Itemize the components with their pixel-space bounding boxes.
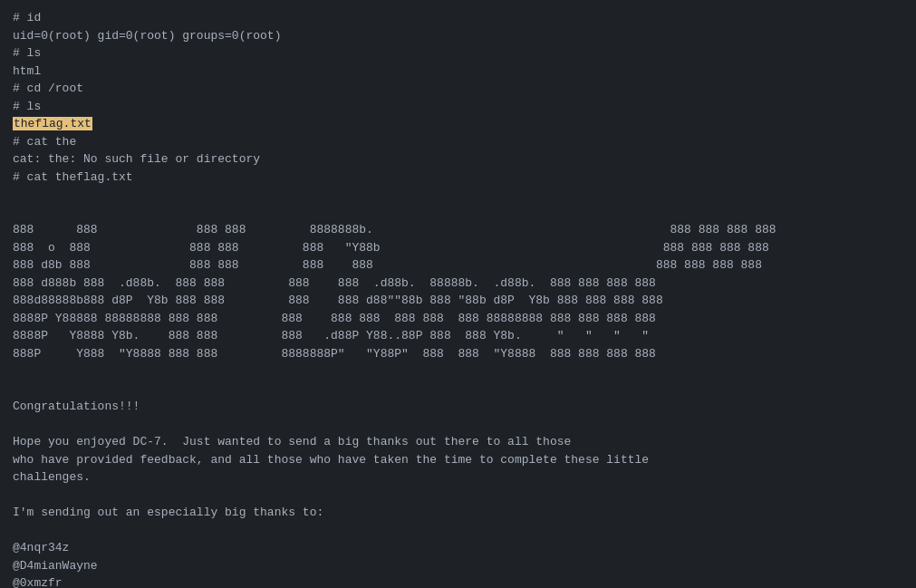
empty-4: [13, 381, 903, 399]
line-user1: @4nqr34z: [13, 539, 903, 557]
empty-1: [13, 186, 903, 204]
line-id-output: uid=0(root) gid=0(root) groups=0(root): [13, 27, 903, 45]
line-ls2-cmd: # ls: [13, 98, 903, 116]
line-ls-output: html: [13, 63, 903, 81]
line-cat-the-error: cat: the: No such file or directory: [13, 150, 903, 169]
empty-3: [13, 362, 903, 381]
empty-7: [13, 522, 903, 540]
theflag-highlight: theflag.txt: [13, 117, 92, 130]
empty-6: [13, 487, 903, 505]
line-user2: @D4mianWayne: [13, 557, 903, 575]
line-ls-cmd: # ls: [13, 44, 903, 63]
empty-5: [13, 416, 903, 434]
line-msg3: challenges.: [13, 468, 903, 487]
empty-2: [13, 204, 903, 222]
line-ls2-output: theflag.txt: [13, 115, 903, 133]
line-msg1: Hope you enjoyed DC-7. Just wanted to se…: [13, 433, 903, 451]
ascii-art-block: 888 888 888 888 8888888b. 888 888 888 88…: [13, 223, 776, 361]
line-msg2: who have provided feedback, and all thos…: [13, 451, 903, 469]
line-cd-cmd: # cd /root: [13, 80, 903, 98]
line-id-cmd: # id: [13, 9, 903, 27]
line-msg4: I'm sending out an especially big thanks…: [13, 504, 903, 522]
terminal: # id uid=0(root) gid=0(root) groups=0(ro…: [13, 9, 903, 588]
line-congrats: Congratulations!!!: [13, 398, 903, 416]
line-cat-flag-cmd: # cat theflag.txt: [13, 169, 903, 187]
line-user3: @0xmzfr: [13, 574, 903, 588]
line-cat-the-cmd: # cat the: [13, 133, 903, 151]
